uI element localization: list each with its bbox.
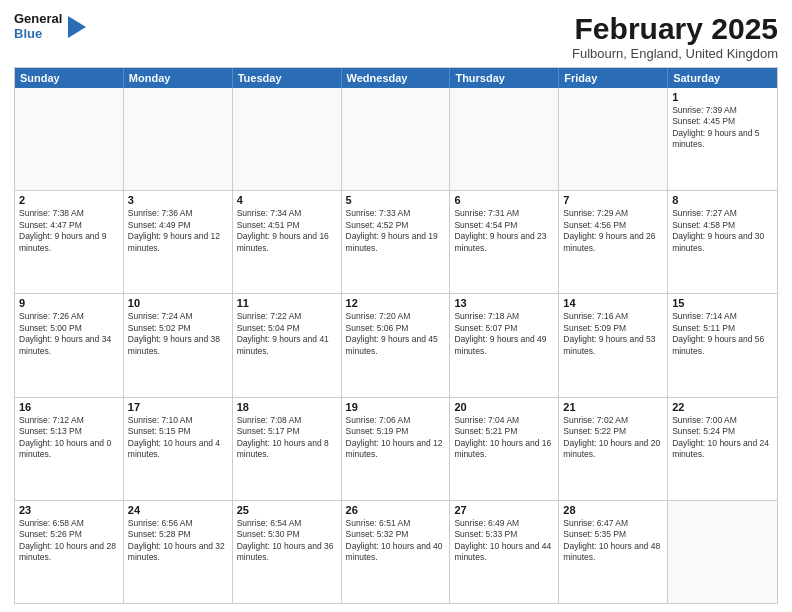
calendar-cell	[668, 501, 777, 603]
calendar-cell: 1Sunrise: 7:39 AM Sunset: 4:45 PM Daylig…	[668, 88, 777, 190]
cell-sun-info: Sunrise: 7:10 AM Sunset: 5:15 PM Dayligh…	[128, 415, 228, 461]
calendar: SundayMondayTuesdayWednesdayThursdayFrid…	[14, 67, 778, 604]
day-number: 3	[128, 194, 228, 206]
calendar-cell: 24Sunrise: 6:56 AM Sunset: 5:28 PM Dayli…	[124, 501, 233, 603]
svg-marker-0	[68, 16, 86, 38]
title-block: February 2025 Fulbourn, England, United …	[572, 12, 778, 61]
cal-header-day: Tuesday	[233, 68, 342, 88]
day-number: 14	[563, 297, 663, 309]
day-number: 19	[346, 401, 446, 413]
calendar-cell: 18Sunrise: 7:08 AM Sunset: 5:17 PM Dayli…	[233, 398, 342, 500]
cell-sun-info: Sunrise: 7:31 AM Sunset: 4:54 PM Dayligh…	[454, 208, 554, 254]
cell-sun-info: Sunrise: 7:36 AM Sunset: 4:49 PM Dayligh…	[128, 208, 228, 254]
calendar-cell: 13Sunrise: 7:18 AM Sunset: 5:07 PM Dayli…	[450, 294, 559, 396]
day-number: 12	[346, 297, 446, 309]
calendar-week-row: 23Sunrise: 6:58 AM Sunset: 5:26 PM Dayli…	[15, 500, 777, 603]
calendar-cell: 8Sunrise: 7:27 AM Sunset: 4:58 PM Daylig…	[668, 191, 777, 293]
day-number: 24	[128, 504, 228, 516]
day-number: 22	[672, 401, 773, 413]
cell-sun-info: Sunrise: 7:14 AM Sunset: 5:11 PM Dayligh…	[672, 311, 773, 357]
subtitle: Fulbourn, England, United Kingdom	[572, 46, 778, 61]
cell-sun-info: Sunrise: 7:22 AM Sunset: 5:04 PM Dayligh…	[237, 311, 337, 357]
calendar-week-row: 2Sunrise: 7:38 AM Sunset: 4:47 PM Daylig…	[15, 190, 777, 293]
calendar-body: 1Sunrise: 7:39 AM Sunset: 4:45 PM Daylig…	[15, 88, 777, 603]
calendar-cell: 11Sunrise: 7:22 AM Sunset: 5:04 PM Dayli…	[233, 294, 342, 396]
header: General Blue February 2025 Fulbourn, Eng…	[14, 12, 778, 61]
cal-header-day: Monday	[124, 68, 233, 88]
day-number: 5	[346, 194, 446, 206]
calendar-week-row: 9Sunrise: 7:26 AM Sunset: 5:00 PM Daylig…	[15, 293, 777, 396]
calendar-cell	[124, 88, 233, 190]
cell-sun-info: Sunrise: 7:16 AM Sunset: 5:09 PM Dayligh…	[563, 311, 663, 357]
calendar-cell: 5Sunrise: 7:33 AM Sunset: 4:52 PM Daylig…	[342, 191, 451, 293]
calendar-cell: 3Sunrise: 7:36 AM Sunset: 4:49 PM Daylig…	[124, 191, 233, 293]
calendar-cell: 14Sunrise: 7:16 AM Sunset: 5:09 PM Dayli…	[559, 294, 668, 396]
day-number: 27	[454, 504, 554, 516]
page: General Blue February 2025 Fulbourn, Eng…	[0, 0, 792, 612]
calendar-week-row: 1Sunrise: 7:39 AM Sunset: 4:45 PM Daylig…	[15, 88, 777, 190]
day-number: 21	[563, 401, 663, 413]
cell-sun-info: Sunrise: 7:04 AM Sunset: 5:21 PM Dayligh…	[454, 415, 554, 461]
calendar-cell: 23Sunrise: 6:58 AM Sunset: 5:26 PM Dayli…	[15, 501, 124, 603]
day-number: 10	[128, 297, 228, 309]
day-number: 1	[672, 91, 773, 103]
calendar-cell: 2Sunrise: 7:38 AM Sunset: 4:47 PM Daylig…	[15, 191, 124, 293]
calendar-week-row: 16Sunrise: 7:12 AM Sunset: 5:13 PM Dayli…	[15, 397, 777, 500]
day-number: 15	[672, 297, 773, 309]
day-number: 23	[19, 504, 119, 516]
calendar-cell: 10Sunrise: 7:24 AM Sunset: 5:02 PM Dayli…	[124, 294, 233, 396]
calendar-cell: 19Sunrise: 7:06 AM Sunset: 5:19 PM Dayli…	[342, 398, 451, 500]
calendar-cell: 22Sunrise: 7:00 AM Sunset: 5:24 PM Dayli…	[668, 398, 777, 500]
cell-sun-info: Sunrise: 7:00 AM Sunset: 5:24 PM Dayligh…	[672, 415, 773, 461]
day-number: 8	[672, 194, 773, 206]
day-number: 2	[19, 194, 119, 206]
cell-sun-info: Sunrise: 7:34 AM Sunset: 4:51 PM Dayligh…	[237, 208, 337, 254]
calendar-cell: 6Sunrise: 7:31 AM Sunset: 4:54 PM Daylig…	[450, 191, 559, 293]
cal-header-day: Saturday	[668, 68, 777, 88]
calendar-cell	[233, 88, 342, 190]
calendar-cell: 28Sunrise: 6:47 AM Sunset: 5:35 PM Dayli…	[559, 501, 668, 603]
calendar-header: SundayMondayTuesdayWednesdayThursdayFrid…	[15, 68, 777, 88]
main-title: February 2025	[572, 12, 778, 45]
cell-sun-info: Sunrise: 6:58 AM Sunset: 5:26 PM Dayligh…	[19, 518, 119, 564]
day-number: 4	[237, 194, 337, 206]
calendar-cell: 15Sunrise: 7:14 AM Sunset: 5:11 PM Dayli…	[668, 294, 777, 396]
calendar-cell	[15, 88, 124, 190]
cal-header-day: Wednesday	[342, 68, 451, 88]
day-number: 6	[454, 194, 554, 206]
cell-sun-info: Sunrise: 6:51 AM Sunset: 5:32 PM Dayligh…	[346, 518, 446, 564]
cell-sun-info: Sunrise: 7:29 AM Sunset: 4:56 PM Dayligh…	[563, 208, 663, 254]
logo-blue: Blue	[14, 27, 62, 42]
calendar-cell: 12Sunrise: 7:20 AM Sunset: 5:06 PM Dayli…	[342, 294, 451, 396]
cell-sun-info: Sunrise: 7:20 AM Sunset: 5:06 PM Dayligh…	[346, 311, 446, 357]
day-number: 9	[19, 297, 119, 309]
calendar-cell	[450, 88, 559, 190]
calendar-cell: 9Sunrise: 7:26 AM Sunset: 5:00 PM Daylig…	[15, 294, 124, 396]
cell-sun-info: Sunrise: 6:54 AM Sunset: 5:30 PM Dayligh…	[237, 518, 337, 564]
cell-sun-info: Sunrise: 7:24 AM Sunset: 5:02 PM Dayligh…	[128, 311, 228, 357]
cal-header-day: Sunday	[15, 68, 124, 88]
cell-sun-info: Sunrise: 6:56 AM Sunset: 5:28 PM Dayligh…	[128, 518, 228, 564]
calendar-cell: 25Sunrise: 6:54 AM Sunset: 5:30 PM Dayli…	[233, 501, 342, 603]
day-number: 16	[19, 401, 119, 413]
day-number: 26	[346, 504, 446, 516]
logo-general: General	[14, 12, 62, 27]
day-number: 11	[237, 297, 337, 309]
cell-sun-info: Sunrise: 7:38 AM Sunset: 4:47 PM Dayligh…	[19, 208, 119, 254]
cell-sun-info: Sunrise: 6:49 AM Sunset: 5:33 PM Dayligh…	[454, 518, 554, 564]
calendar-cell: 27Sunrise: 6:49 AM Sunset: 5:33 PM Dayli…	[450, 501, 559, 603]
calendar-cell: 16Sunrise: 7:12 AM Sunset: 5:13 PM Dayli…	[15, 398, 124, 500]
cell-sun-info: Sunrise: 6:47 AM Sunset: 5:35 PM Dayligh…	[563, 518, 663, 564]
day-number: 20	[454, 401, 554, 413]
cell-sun-info: Sunrise: 7:27 AM Sunset: 4:58 PM Dayligh…	[672, 208, 773, 254]
cell-sun-info: Sunrise: 7:02 AM Sunset: 5:22 PM Dayligh…	[563, 415, 663, 461]
calendar-cell: 20Sunrise: 7:04 AM Sunset: 5:21 PM Dayli…	[450, 398, 559, 500]
cell-sun-info: Sunrise: 7:26 AM Sunset: 5:00 PM Dayligh…	[19, 311, 119, 357]
calendar-cell: 7Sunrise: 7:29 AM Sunset: 4:56 PM Daylig…	[559, 191, 668, 293]
cell-sun-info: Sunrise: 7:33 AM Sunset: 4:52 PM Dayligh…	[346, 208, 446, 254]
calendar-cell: 26Sunrise: 6:51 AM Sunset: 5:32 PM Dayli…	[342, 501, 451, 603]
logo-arrow-icon	[68, 16, 86, 38]
cell-sun-info: Sunrise: 7:18 AM Sunset: 5:07 PM Dayligh…	[454, 311, 554, 357]
cell-sun-info: Sunrise: 7:12 AM Sunset: 5:13 PM Dayligh…	[19, 415, 119, 461]
day-number: 13	[454, 297, 554, 309]
